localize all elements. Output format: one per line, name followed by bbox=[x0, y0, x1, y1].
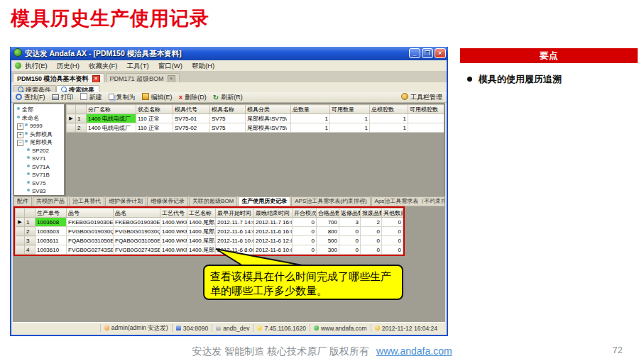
section-tab[interactable]: APS治工具需求表(约束排程) bbox=[291, 196, 370, 206]
table-row[interactable]: 21003603FVGB0G019030QM01201FVGB0G019030Q… bbox=[16, 227, 403, 236]
menu-item[interactable]: 执行(E) bbox=[25, 62, 48, 70]
column-header[interactable]: 返修品数 bbox=[339, 209, 361, 218]
tree-item[interactable]: SP202 bbox=[14, 147, 64, 155]
refresh-icon: ↻ bbox=[213, 95, 219, 101]
tool-button-label: 新建 bbox=[89, 94, 102, 101]
cell: 2012-11-6 10:00 bbox=[216, 236, 254, 245]
column-header[interactable]: 其他数量 bbox=[382, 209, 403, 218]
row-indicator bbox=[16, 245, 25, 255]
column-header[interactable]: 可用数量 bbox=[330, 105, 370, 114]
cell: 1 bbox=[408, 114, 445, 123]
find-button[interactable]: 查找(F) bbox=[16, 94, 45, 101]
section-tab[interactable]: 关联的超级BOM bbox=[189, 196, 237, 206]
section-tab[interactable]: 维修保养记录 bbox=[147, 196, 188, 206]
table-row[interactable]: 31003611FQAB0G031050EM01205FQAB0G031050E… bbox=[16, 236, 403, 245]
tree-item-label: 头部模具 bbox=[30, 131, 53, 138]
window-titlebar[interactable]: 安达发 Andafa AX - [PDM150 模治具基本资料] _ ❐ × bbox=[10, 47, 448, 60]
table-row[interactable]: 41003610FVGB0G02743SBM01202FVGB0G02743SB… bbox=[16, 245, 403, 255]
menu-item[interactable]: 窗口(W) bbox=[158, 62, 182, 70]
menu-item[interactable]: 历史(H) bbox=[57, 62, 80, 70]
column-header[interactable]: 合格品数 bbox=[317, 209, 339, 218]
row-number-header bbox=[76, 105, 87, 114]
column-header[interactable]: 状态名称 bbox=[136, 105, 173, 114]
menu-item[interactable]: 帮助(H) bbox=[192, 62, 214, 70]
expand-icon[interactable]: + bbox=[17, 132, 23, 138]
bullet-icon bbox=[467, 77, 472, 82]
tree-item[interactable]: SV71B bbox=[14, 171, 64, 179]
section-tab[interactable]: 共模的产品 bbox=[33, 196, 68, 206]
tree-item[interactable]: 全部 bbox=[14, 106, 64, 114]
cell: 尾部模具\SV75\ bbox=[246, 123, 291, 133]
tree-item[interactable]: −尾部模具 bbox=[14, 138, 64, 147]
cell: 0 bbox=[339, 236, 361, 245]
close-button[interactable]: × bbox=[435, 48, 446, 58]
edit-button[interactable]: 编辑(E) bbox=[142, 94, 173, 101]
tree-item[interactable]: SV83 bbox=[14, 187, 64, 196]
column-header[interactable]: 模具名称 bbox=[210, 105, 246, 114]
tree-item[interactable]: SV71 bbox=[14, 155, 64, 163]
section-tab[interactable]: 治工具替代 bbox=[69, 196, 104, 206]
column-header[interactable]: 品名 bbox=[114, 209, 160, 218]
cell: 0 bbox=[361, 236, 382, 245]
tree-item[interactable]: +9999 bbox=[14, 122, 64, 130]
table-row[interactable]: ▶11003608FKEB0G019030EM01205FKEB0G019030… bbox=[16, 218, 403, 227]
tree-item[interactable]: +头部模具 bbox=[14, 130, 64, 139]
menu-item[interactable]: 收藏夹(F) bbox=[89, 62, 118, 70]
column-header[interactable]: 模具分类 bbox=[246, 105, 291, 114]
column-header[interactable]: 模具代号 bbox=[173, 105, 210, 114]
cell: 800 bbox=[317, 227, 339, 236]
column-header[interactable]: 分厂名称 bbox=[87, 105, 136, 114]
section-tab[interactable]: 维护保养计划 bbox=[105, 196, 146, 206]
cell: 0 bbox=[382, 236, 403, 245]
column-header[interactable]: 开合模次数 bbox=[293, 209, 317, 218]
section-tab[interactable]: 配件 bbox=[13, 196, 32, 206]
column-header[interactable]: 工艺代号 bbox=[160, 209, 187, 218]
tree-item[interactable]: SV75 bbox=[14, 179, 64, 188]
menu-item[interactable]: 工具(T) bbox=[127, 62, 149, 70]
column-header[interactable]: 可用模腔数 bbox=[408, 105, 445, 114]
cell: 1400.WKF-CE2 bbox=[160, 218, 187, 227]
section-tab[interactable]: Aps治工具需求表（不约束排程） bbox=[371, 196, 444, 206]
column-header[interactable]: 总数量 bbox=[291, 105, 330, 114]
table-row[interactable]: ▶11400 电线电缆厂110 正常SV75-01SV75尾部模具\SV75\1… bbox=[67, 114, 445, 123]
table-row[interactable]: 21400 电线电缆厂110 正常SV75-02SV75尾部模具\SV75\11… bbox=[67, 123, 445, 133]
toolbar-manager-button[interactable]: 工具栏管理 bbox=[401, 92, 442, 102]
refresh-button[interactable]: ↻刷新(R) bbox=[213, 94, 243, 101]
row-number-header bbox=[25, 209, 36, 218]
tool-button-label: 编辑(E) bbox=[151, 94, 173, 101]
cell: 110 正常 bbox=[136, 114, 173, 123]
column-header[interactable]: 生产单号 bbox=[36, 209, 67, 218]
expand-icon[interactable]: − bbox=[17, 140, 23, 146]
cell: 1400.尾部成型 bbox=[187, 236, 216, 245]
cell: 1003603 bbox=[36, 227, 67, 236]
delete-button[interactable]: ×删除(D) bbox=[179, 94, 207, 101]
expand-icon[interactable]: + bbox=[17, 123, 23, 130]
cell: 2012-11-6 16:00 bbox=[254, 227, 293, 236]
new-button[interactable]: 新建 bbox=[80, 94, 102, 101]
cell: 2012-11-6 12:00 bbox=[254, 236, 293, 245]
cell: 0 bbox=[382, 218, 403, 227]
tree-node-icon bbox=[17, 116, 20, 118]
copy-button[interactable]: 复制为 bbox=[109, 94, 136, 101]
search-tab-bar: 搜索条件搜索结果 bbox=[11, 82, 447, 93]
status-item: 7.45.1106.1620 bbox=[253, 324, 309, 332]
tree-item[interactable]: SV71A bbox=[14, 163, 64, 172]
tree-item[interactable]: 未命名 bbox=[14, 114, 64, 123]
column-header[interactable]: 最早开始时间 bbox=[216, 209, 254, 218]
document-tab-label: PDM150 模治具基本资料 bbox=[17, 75, 89, 82]
column-header[interactable]: 品号 bbox=[67, 209, 114, 218]
column-header[interactable]: 总模腔数 bbox=[370, 105, 408, 114]
column-header[interactable]: 报废品数 bbox=[361, 209, 382, 218]
cell: 0 bbox=[361, 245, 382, 255]
user-icon bbox=[104, 326, 109, 331]
tool-button-label: 打印 bbox=[61, 94, 74, 101]
minimize-button[interactable]: _ bbox=[409, 48, 420, 58]
column-header[interactable]: 工艺名称 bbox=[187, 209, 216, 218]
column-header[interactable]: 最晚结束时间 bbox=[254, 209, 293, 218]
print-button[interactable]: 打印 bbox=[52, 94, 74, 101]
tree-item[interactable]: SV86 bbox=[14, 196, 64, 196]
print-icon bbox=[52, 94, 59, 100]
section-tab[interactable]: 生产使用历史记录 bbox=[238, 196, 290, 206]
footer-link[interactable]: www.andafa.com bbox=[376, 345, 452, 357]
restore-button[interactable]: ❐ bbox=[422, 48, 433, 58]
